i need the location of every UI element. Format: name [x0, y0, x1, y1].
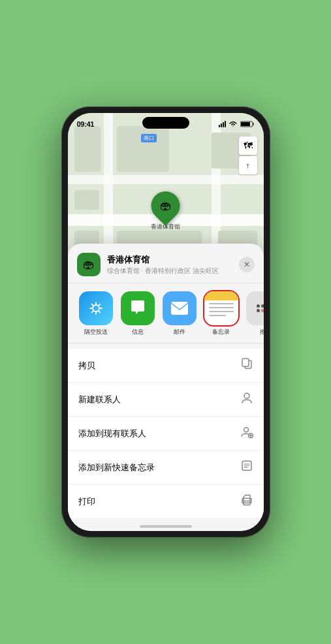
- print-icon: [240, 493, 253, 509]
- notes-icon-wrap: [204, 291, 238, 325]
- messages-svg: [128, 298, 148, 318]
- bar4: [225, 121, 226, 127]
- venue-info: 香港体育馆 综合体育馆 · 香港特别行政区 油尖旺区: [107, 254, 239, 276]
- dot4: [257, 309, 260, 312]
- venue-sheet-name: 香港体育馆: [107, 254, 239, 266]
- action-quick-note-label: 添加到新快速备忘录: [78, 462, 155, 474]
- location-button[interactable]: ↑: [239, 156, 257, 174]
- map-type-button[interactable]: 🗺: [239, 137, 257, 155]
- bar3: [223, 122, 224, 127]
- bottom-sheet: 🏟 香港体育馆 综合体育馆 · 香港特别行政区 油尖旺区 ✕: [68, 244, 264, 531]
- bar1: [219, 125, 220, 127]
- share-row: 隔空投送 信息: [68, 283, 264, 344]
- add-existing-icon: [240, 425, 253, 442]
- mail-svg: [170, 300, 189, 316]
- notes-line4: [209, 315, 227, 316]
- wifi-icon: [229, 121, 238, 127]
- notes-label: 备忘录: [212, 328, 230, 336]
- more-dots-wrap: [257, 304, 264, 313]
- venue-pin[interactable]: 🏟 香港体育馆: [151, 191, 180, 231]
- venue-sheet-icon: 🏟: [77, 253, 101, 276]
- airdrop-icon: [79, 291, 113, 325]
- notes-line1: [209, 303, 234, 304]
- sheet-header: 🏟 香港体育馆 综合体育馆 · 香港特别行政区 油尖旺区 ✕: [68, 244, 264, 283]
- share-airdrop[interactable]: 隔空投送: [77, 291, 115, 336]
- dot1: [257, 304, 260, 308]
- action-print-label: 打印: [78, 496, 95, 507]
- action-copy[interactable]: 拷贝: [68, 349, 264, 383]
- mail-icon: [163, 291, 197, 325]
- mail-label: 邮件: [174, 328, 185, 336]
- bar2: [221, 123, 222, 127]
- dot5: [261, 309, 264, 312]
- notes-header: [204, 291, 238, 300]
- notes-line3: [209, 311, 234, 312]
- share-mail[interactable]: 邮件: [161, 291, 198, 336]
- dot-row2: [257, 309, 264, 312]
- action-new-contact-label: 新建联系人: [78, 394, 121, 406]
- map-label-nankou: 南口: [141, 134, 157, 142]
- svg-point-6: [244, 393, 249, 398]
- close-button[interactable]: ✕: [239, 257, 255, 272]
- share-more[interactable]: 推: [244, 291, 264, 336]
- action-quick-note[interactable]: 添加到新快速备忘录: [68, 451, 264, 485]
- copy-icon: [240, 357, 253, 374]
- home-indicator-area: [68, 518, 264, 531]
- action-print[interactable]: 打印: [68, 485, 264, 518]
- share-notes[interactable]: 备忘录: [202, 291, 240, 336]
- pin-circle: 🏟: [145, 185, 185, 226]
- block4: [74, 190, 99, 210]
- road-h1: [68, 175, 264, 184]
- phone-frame: 09:41: [61, 106, 270, 538]
- notes-line2: [209, 307, 234, 308]
- action-add-existing[interactable]: 添加到现有联系人: [68, 417, 264, 451]
- svg-rect-3: [171, 302, 188, 315]
- messages-icon: [121, 291, 155, 325]
- svg-point-7: [244, 428, 248, 432]
- battery-icon: [240, 121, 255, 127]
- svg-rect-5: [242, 359, 249, 366]
- more-icon: [246, 291, 264, 325]
- block2: [117, 126, 169, 172]
- more-label: 推: [260, 328, 264, 336]
- notes-lines: [209, 303, 234, 316]
- status-icons: [219, 121, 255, 127]
- airdrop-svg: [87, 299, 105, 317]
- phone-screen: 09:41: [68, 113, 264, 531]
- share-messages[interactable]: 信息: [119, 291, 157, 336]
- dot-row1: [257, 304, 264, 308]
- action-new-contact[interactable]: 新建联系人: [68, 383, 264, 417]
- action-list: 拷贝 新建联系人: [68, 349, 264, 518]
- svg-rect-1: [241, 122, 250, 126]
- block1: [74, 126, 101, 172]
- quick-note-icon: [240, 459, 253, 475]
- signal-bars: [219, 121, 226, 127]
- new-contact-icon: [240, 391, 253, 408]
- home-indicator: [140, 525, 192, 528]
- pin-emoji: 🏟: [160, 199, 172, 213]
- status-time: 09:41: [77, 120, 95, 128]
- dynamic-island: [142, 117, 189, 129]
- messages-label: 信息: [132, 328, 144, 336]
- action-copy-label: 拷贝: [78, 360, 95, 372]
- airdrop-label: 隔空投送: [84, 328, 108, 336]
- action-add-existing-label: 添加到现有联系人: [78, 428, 146, 440]
- venue-sheet-sub: 综合体育馆 · 香港特别行政区 油尖旺区: [107, 266, 239, 276]
- dot2: [261, 304, 264, 308]
- map-controls[interactable]: 🗺 ↑: [239, 137, 257, 174]
